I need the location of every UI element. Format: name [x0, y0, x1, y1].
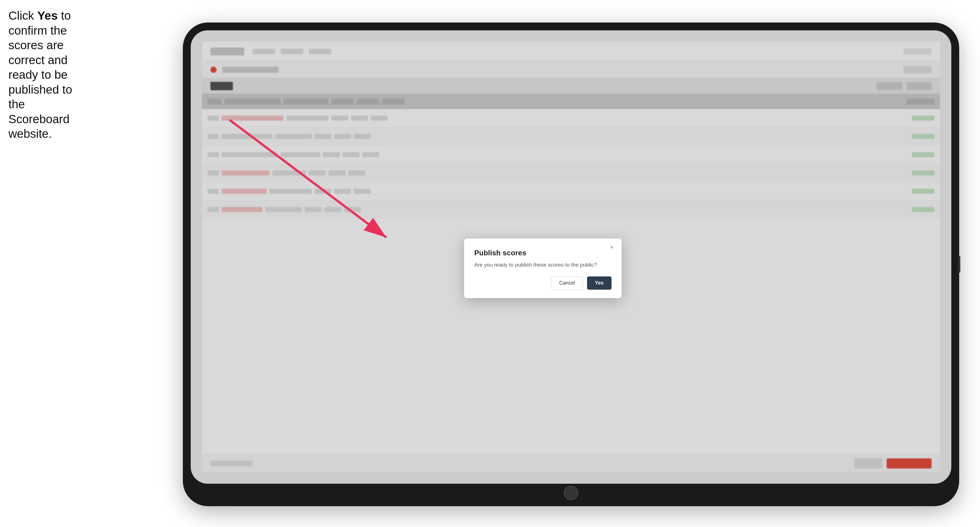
dialog-actions: Cancel Yes	[474, 276, 611, 290]
cancel-button[interactable]: Cancel	[551, 276, 583, 290]
yes-button[interactable]: Yes	[587, 276, 611, 290]
tablet-screen: × Publish scores Are you ready to publis…	[191, 30, 951, 484]
tablet-side-button	[958, 256, 960, 273]
dialog-message: Are you ready to publish these scores to…	[474, 262, 611, 268]
instruction-text: Click Yes to confirm the scores are corr…	[8, 8, 87, 141]
modal-overlay: × Publish scores Are you ready to publis…	[191, 30, 951, 484]
publish-scores-dialog: × Publish scores Are you ready to publis…	[464, 238, 622, 298]
dialog-title: Publish scores	[474, 249, 611, 257]
dialog-close-button[interactable]: ×	[608, 243, 616, 251]
svg-line-1	[229, 120, 386, 237]
tablet-home-button[interactable]	[564, 486, 578, 500]
tablet: × Publish scores Are you ready to publis…	[183, 22, 959, 506]
